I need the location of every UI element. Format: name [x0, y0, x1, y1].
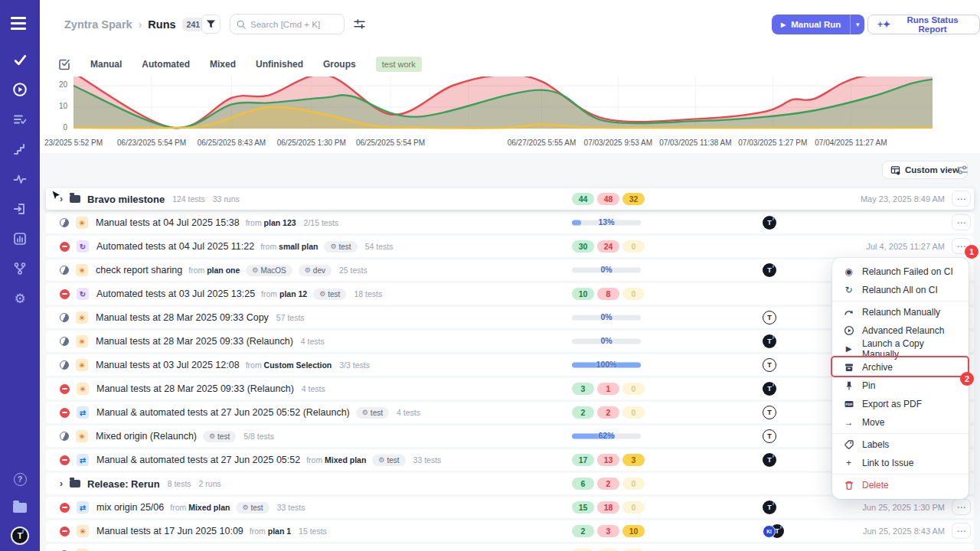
run-row[interactable]: ✳Manual tests at 04 Jul 2025 15:38from p… [46, 212, 974, 233]
tab-mixed[interactable]: Mixed [210, 59, 236, 70]
green-count-badge: 30 [572, 240, 594, 253]
manual-run-button[interactable]: ▶ Manual Run [772, 15, 850, 34]
red-count-badge: 13 [597, 454, 619, 466]
x-tick-label: 07/03/2025 9:53 AM [584, 139, 653, 147]
menu-item-move[interactable]: →Move [832, 413, 969, 432]
menu-item-relaunch-manually[interactable]: Relaunch Manually [832, 303, 969, 321]
manual-run-type-icon: ✳ [76, 359, 88, 371]
menu-item-pin[interactable]: Pin [832, 377, 969, 395]
avatar: T [763, 358, 776, 372]
tag-filter-test-work[interactable]: test work [376, 57, 422, 72]
breadcrumb-project[interactable]: Zyntra Spark [64, 18, 132, 31]
automated-run-type-icon: ↻ [77, 240, 89, 253]
config-chip-macos: ⚙MacOS [246, 265, 292, 276]
row-main: ⇄Manual & automated tests at 27 Jun 2025… [46, 406, 420, 419]
run-title: Automated tests at 03 Jul 2025 13:25 [96, 289, 255, 299]
mixed-run-type-icon: ⇄ [77, 406, 89, 419]
yellow-count-badge: 0 [622, 501, 645, 514]
yellow-count-badge: 32 [622, 193, 645, 205]
manual-run-type-icon: ✳ [76, 430, 88, 442]
menu-item-archive[interactable]: Archive [832, 358, 969, 377]
sidebar-item-configurations[interactable] [11, 259, 29, 278]
avatar: T [763, 216, 776, 230]
row-menu-button[interactable]: ⋯ [952, 191, 971, 207]
red-count-badge: 2 [597, 406, 619, 419]
runs-status-report-button[interactable]: +✦ Runs Status Report [867, 15, 980, 34]
config-chip-test: ⚙test [372, 455, 405, 466]
row-menu-button[interactable]: ⋯ [952, 499, 971, 515]
sidebar-item-settings[interactable]: ⚙ [11, 289, 29, 308]
relaunch-manually-icon [843, 307, 854, 318]
breadcrumb: Zyntra Spark › Runs 241 [64, 16, 204, 33]
progress-bar: 0% [572, 268, 641, 273]
row-menu-button[interactable]: ⋯ [952, 523, 971, 539]
run-title: Manual tests at 28 Mar 2025 09:33 (Relau… [96, 383, 294, 394]
custom-view-label: Custom view [905, 165, 959, 174]
sidebar-item-defects[interactable] [11, 170, 29, 188]
run-from: from plan 12 [261, 289, 307, 298]
view-settings-icon[interactable] [956, 164, 969, 176]
result-badges: 220 [572, 406, 645, 419]
x-tick-label: 07/04/2025 11:27 AM [815, 139, 887, 147]
sidebar-item-runs[interactable] [11, 80, 29, 99]
sidebar-item-milestones[interactable] [11, 140, 29, 158]
run-title: check report sharing [96, 265, 182, 276]
mouse-cursor-icon [50, 189, 62, 203]
group-row[interactable]: ›Bravo milestone124 tests33 runs444832Ma… [46, 188, 974, 210]
run-row[interactable]: ⇄mix origin 25/06from Mixed plan⚙test33 … [46, 497, 974, 518]
avatar: T [763, 406, 776, 419]
tab-automated[interactable]: Automated [142, 59, 190, 70]
gear-icon: ⚙ [14, 292, 25, 305]
green-count-badge: 2 [572, 406, 594, 419]
chevron-right-icon[interactable]: › [60, 478, 63, 489]
row-main: ✳Manual tests at 28 Mar 2025 09:33 (Rela… [46, 383, 325, 395]
menu-item-advanced-relaunch[interactable]: Advanced Relaunch [832, 321, 969, 340]
automated-run-type-icon: ↻ [77, 288, 89, 300]
run-meta: 2/15 tests [304, 218, 339, 227]
search-box[interactable] [230, 14, 345, 34]
menu-item-labels[interactable]: Labels [832, 435, 969, 454]
gear-icon: ⚙ [242, 504, 248, 511]
sidebar-item-plans[interactable] [11, 110, 29, 129]
run-row[interactable]: ↻Automated tests at 04 Jul 2025 11:22fro… [46, 236, 974, 257]
manual-run-dropdown-button[interactable]: ▾ [850, 15, 864, 34]
sidebar-item-tests[interactable] [11, 51, 29, 69]
menu-item-link-to-issue[interactable]: +Link to Issue [832, 454, 969, 472]
search-settings-icon[interactable] [353, 18, 367, 31]
red-count-badge: 2 [597, 478, 619, 490]
link-to-issue-icon: + [843, 458, 854, 468]
red-count-badge: 8 [597, 288, 619, 300]
assignee-avatars: T [763, 358, 776, 372]
tab-unfinished[interactable]: Unfinished [256, 59, 303, 70]
select-runs-icon[interactable] [58, 58, 70, 70]
tab-manual[interactable]: Manual [90, 59, 122, 70]
help-button[interactable]: ? [11, 470, 29, 488]
gear-icon: ⚙ [319, 290, 325, 298]
sidebar-item-imports[interactable] [11, 200, 29, 218]
menu-item-launch-a-copy-manually[interactable]: ▶Launch a Copy Manually [832, 340, 969, 358]
menu-item-relaunch-failed-on-ci[interactable]: ◉Relaunch Failed on CI [832, 262, 969, 281]
run-from: from plan 1 [250, 527, 291, 536]
run-from: from Custom Selection [246, 360, 332, 370]
menu-item-delete[interactable]: Delete [832, 476, 969, 494]
branch-icon [13, 262, 27, 276]
run-row[interactable]: ✳Manual tests at 17 Jun 2025 10:09from p… [46, 520, 974, 542]
user-avatar[interactable]: T [11, 527, 29, 545]
custom-view-button[interactable]: Custom view [882, 161, 968, 179]
tab-groups[interactable]: Groups [323, 59, 356, 70]
filter-button[interactable] [201, 15, 220, 34]
run-title: Manual tests at 03 Jul 2025 12:08 [96, 360, 240, 370]
projects-button[interactable] [11, 498, 29, 517]
row-menu-button[interactable]: ⋯ [952, 214, 971, 230]
red-count-badge: 3 [597, 525, 619, 537]
partial-row[interactable]: ✳ [46, 544, 974, 551]
menu-item-label: Relaunch Manually [862, 307, 940, 318]
sidebar-item-analytics[interactable] [11, 230, 29, 248]
menu-item-relaunch-all-on-ci[interactable]: ↻Relaunch All on CI [832, 281, 969, 299]
table-settings-icon [890, 165, 900, 175]
menu-item-export-as-pdf[interactable]: PDFExport as PDF [832, 395, 969, 413]
run-title: Manual & automated tests at 27 Jun 2025 … [96, 455, 300, 465]
result-badges: 310 [572, 383, 645, 395]
hamburger-menu-button[interactable] [11, 14, 29, 32]
search-input[interactable] [250, 20, 335, 29]
